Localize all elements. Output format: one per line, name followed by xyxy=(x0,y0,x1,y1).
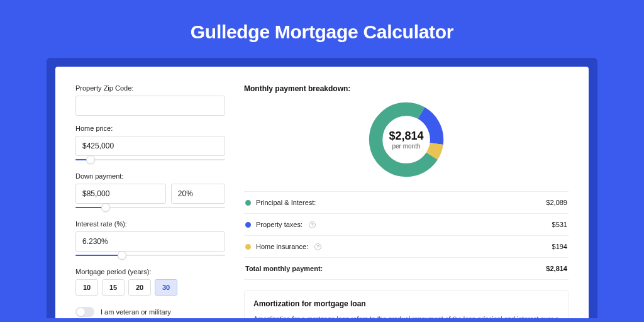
breakdown-total-label: Total monthly payment: xyxy=(245,265,323,272)
donut-center: $2,814 per month xyxy=(366,99,447,180)
period-field: Mortgage period (years): 10152030 xyxy=(75,268,225,296)
breakdown-row: Home insurance:?$194 xyxy=(244,236,569,258)
info-icon[interactable]: ? xyxy=(314,243,321,250)
period-button-20[interactable]: 20 xyxy=(128,279,151,296)
toggle-knob xyxy=(77,308,85,316)
slider-track-line xyxy=(75,159,225,160)
form-column: Property Zip Code: Home price: Down paym… xyxy=(75,84,225,318)
down-payment-pct-input[interactable] xyxy=(171,184,225,204)
veteran-row: I am veteran or military xyxy=(75,307,225,317)
breakdown-row-value: $531 xyxy=(552,221,567,228)
breakdown-row: Property taxes:?$531 xyxy=(244,214,569,236)
down-payment-slider[interactable] xyxy=(75,203,225,211)
home-price-input[interactable] xyxy=(75,136,225,156)
donut-chart-wrap: $2,814 per month xyxy=(244,99,569,180)
veteran-label: I am veteran or military xyxy=(101,308,171,316)
breakdown-row-label: Principal & Interest: xyxy=(256,199,316,206)
down-payment-field: Down payment: xyxy=(75,172,225,211)
slider-thumb[interactable] xyxy=(86,155,95,164)
period-buttons: 10152030 xyxy=(75,279,225,296)
donut-amount: $2,814 xyxy=(389,130,423,143)
slider-thumb[interactable] xyxy=(118,251,126,260)
breakdown-row-value: $2,089 xyxy=(546,199,567,206)
card-outer: Property Zip Code: Home price: Down paym… xyxy=(47,58,597,318)
breakdown-row: Principal & Interest:$2,089 xyxy=(244,192,569,214)
zip-field: Property Zip Code: xyxy=(75,84,225,116)
legend-dot xyxy=(245,222,251,228)
donut-chart: $2,814 per month xyxy=(366,99,447,180)
breakdown-row-label: Property taxes: xyxy=(256,221,303,228)
amortization-box: Amortization for mortgage loan Amortizat… xyxy=(244,290,569,318)
slider-thumb[interactable] xyxy=(101,203,110,212)
interest-label: Interest rate (%): xyxy=(75,220,225,228)
period-button-10[interactable]: 10 xyxy=(75,279,98,296)
zip-input[interactable] xyxy=(75,96,225,116)
breakdown-rows: Principal & Interest:$2,089Property taxe… xyxy=(244,191,569,280)
home-price-slider[interactable] xyxy=(75,155,225,164)
home-price-label: Home price: xyxy=(75,125,225,132)
period-button-15[interactable]: 15 xyxy=(102,279,125,296)
donut-sub: per month xyxy=(392,143,420,150)
info-icon[interactable]: ? xyxy=(309,221,316,228)
breakdown-row-value: $194 xyxy=(552,243,567,250)
interest-input[interactable] xyxy=(75,231,225,252)
amortization-title: Amortization for mortgage loan xyxy=(253,299,559,308)
amortization-text: Amortization for a mortgage loan refers … xyxy=(253,314,559,318)
breakdown-column: Monthly payment breakdown: $2,814 per mo… xyxy=(244,84,569,318)
breakdown-row-label: Home insurance: xyxy=(256,243,308,250)
period-label: Mortgage period (years): xyxy=(75,268,225,275)
legend-dot xyxy=(245,244,251,250)
legend-dot xyxy=(245,200,251,206)
calculator-card: Property Zip Code: Home price: Down paym… xyxy=(55,67,589,318)
breakdown-title: Monthly payment breakdown: xyxy=(244,84,569,93)
down-payment-label: Down payment: xyxy=(75,172,225,180)
veteran-toggle[interactable] xyxy=(75,307,94,317)
breakdown-total-row: Total monthly payment:$2,814 xyxy=(244,258,569,280)
breakdown-total-value: $2,814 xyxy=(546,265,567,272)
down-payment-input[interactable] xyxy=(75,184,166,204)
period-button-30[interactable]: 30 xyxy=(155,279,177,296)
page-title: Gulledge Mortgage Calculator xyxy=(0,0,644,58)
slider-fill xyxy=(75,255,122,256)
interest-slider[interactable] xyxy=(75,250,225,259)
home-price-field: Home price: xyxy=(75,125,225,164)
interest-field: Interest rate (%): xyxy=(75,220,225,259)
zip-label: Property Zip Code: xyxy=(75,84,225,92)
